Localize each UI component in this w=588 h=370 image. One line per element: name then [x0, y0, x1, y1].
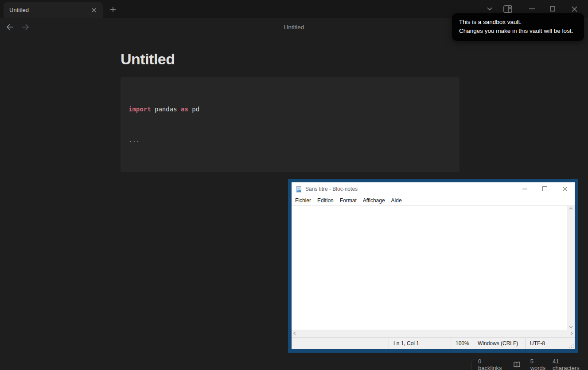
notepad-text-area[interactable]: [292, 206, 567, 330]
menu-fichier[interactable]: Fichier: [292, 195, 314, 205]
backlinks-count[interactable]: 0 backlinks: [478, 358, 503, 370]
code-block[interactable]: import pandas as pd ...: [121, 77, 459, 172]
word-count[interactable]: 5 words: [530, 358, 548, 370]
notepad-app-icon: [295, 185, 302, 193]
notepad-statusbar: Ln 1, Col 1 100% Windows (CRLF) UTF-8: [292, 337, 575, 349]
tooltip-line-1: This is a sandbox vault.: [459, 18, 577, 27]
back-arrow-icon[interactable]: [5, 22, 15, 32]
status-zoom-level: 100%: [451, 338, 473, 349]
notepad-horizontal-scrollbar[interactable]: [292, 330, 575, 337]
tab-close-icon[interactable]: [90, 6, 98, 15]
notepad-window: Sans titre - Bloc-notes Fichier Edition …: [288, 179, 578, 353]
notepad-maximize-button[interactable]: [535, 182, 555, 195]
note-title[interactable]: Untitled: [121, 51, 459, 68]
menu-format[interactable]: Format: [337, 195, 360, 205]
status-encoding: UTF-8: [525, 338, 575, 349]
sandbox-tooltip: This is a sandbox vault. Changes you mak…: [452, 13, 584, 41]
resize-grip[interactable]: [569, 344, 574, 348]
menu-aide[interactable]: Aide: [388, 195, 405, 205]
scroll-up-icon: [569, 207, 573, 210]
tab-title: Untitled: [9, 7, 90, 13]
code-line-1: import pandas as pd: [129, 104, 452, 114]
obsidian-statusbar: 0 backlinks 5 words 41 characters: [471, 359, 588, 370]
notepad-close-button[interactable]: [555, 182, 575, 195]
forward-arrow-icon[interactable]: [20, 22, 30, 32]
status-line-ending: Windows (CRLF): [473, 338, 525, 349]
tab-untitled[interactable]: Untitled: [4, 2, 103, 18]
code-line-2: ...: [129, 135, 452, 145]
notepad-titlebar[interactable]: Sans titre - Bloc-notes: [292, 182, 575, 195]
scroll-left-icon: [293, 331, 296, 335]
new-tab-button[interactable]: [106, 3, 120, 16]
notepad-menubar: Fichier Edition Format Affichage Aide: [292, 195, 575, 205]
book-icon: [513, 362, 521, 368]
menu-edition[interactable]: Edition: [314, 195, 337, 205]
notepad-minimize-button[interactable]: [515, 182, 535, 195]
status-empty-segment: [292, 338, 389, 349]
tooltip-line-2: Changes you make in this vault will be l…: [459, 27, 577, 35]
status-cursor-position: Ln 1, Col 1: [389, 338, 451, 349]
notepad-title: Sans titre - Bloc-notes: [305, 186, 515, 192]
character-count[interactable]: 41 characters: [553, 358, 584, 370]
scroll-right-icon: [570, 331, 573, 335]
note-editor[interactable]: Untitled import pandas as pd ...: [121, 51, 459, 172]
notepad-vertical-scrollbar[interactable]: [567, 206, 575, 330]
menu-affichage[interactable]: Affichage: [360, 195, 388, 205]
scroll-down-icon: [569, 326, 573, 328]
